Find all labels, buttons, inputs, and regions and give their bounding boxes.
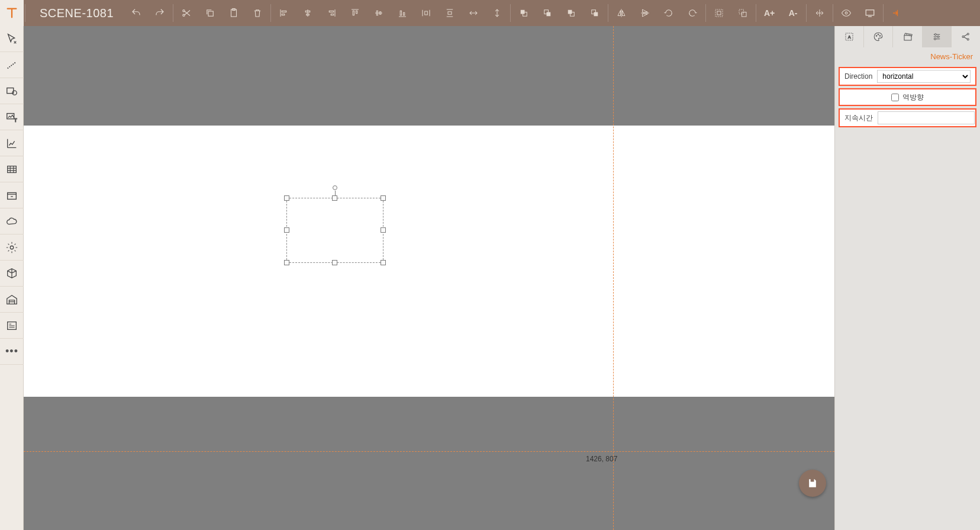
spacing-v-button[interactable] bbox=[485, 0, 509, 26]
tab-properties[interactable] bbox=[923, 26, 952, 47]
resize-handle-ml[interactable] bbox=[284, 227, 289, 233]
flip-h-button[interactable] bbox=[610, 0, 633, 26]
redo-button[interactable] bbox=[148, 0, 172, 26]
fit-icon bbox=[814, 8, 825, 18]
align-center-h-button[interactable] bbox=[296, 0, 320, 26]
reverse-checkbox[interactable] bbox=[891, 94, 899, 101]
rotate-ccw-button[interactable] bbox=[657, 0, 681, 26]
table-icon bbox=[5, 163, 18, 176]
delete-button[interactable] bbox=[246, 0, 269, 26]
app-logo[interactable] bbox=[0, 0, 24, 26]
svg-point-20 bbox=[12, 91, 17, 95]
canvas-stage[interactable]: 1426, 807 bbox=[24, 26, 834, 530]
canvas-page[interactable] bbox=[24, 126, 834, 397]
font-decrease-button[interactable]: A- bbox=[781, 8, 805, 18]
more-tools[interactable]: ••• bbox=[0, 339, 24, 365]
shape-tool[interactable] bbox=[0, 78, 24, 104]
selection-box[interactable] bbox=[286, 198, 383, 263]
exit-button[interactable] bbox=[885, 0, 908, 26]
save-icon bbox=[807, 477, 818, 489]
ungroup-button[interactable] bbox=[731, 0, 755, 26]
paste-button[interactable] bbox=[222, 0, 246, 26]
send-backward-button[interactable] bbox=[559, 0, 583, 26]
svg-point-35 bbox=[934, 38, 936, 40]
align-middle-v-button[interactable] bbox=[367, 0, 391, 26]
rotate-cw-button[interactable] bbox=[681, 0, 704, 26]
copy-button[interactable] bbox=[198, 0, 222, 26]
copy-icon bbox=[205, 8, 215, 18]
rotate-handle[interactable] bbox=[333, 185, 337, 190]
table-tool[interactable] bbox=[0, 156, 24, 182]
rotate-ccw-icon bbox=[663, 8, 674, 18]
spacing-h-button[interactable] bbox=[462, 0, 485, 26]
align-top-button[interactable] bbox=[343, 0, 367, 26]
group-icon bbox=[714, 8, 724, 18]
resize-handle-bl[interactable] bbox=[284, 260, 289, 265]
flip-v-button[interactable] bbox=[633, 0, 657, 26]
svg-rect-13 bbox=[715, 9, 723, 17]
left-tool-panel: T ••• bbox=[0, 26, 24, 530]
resize-handle-bc[interactable] bbox=[332, 260, 337, 265]
duration-input[interactable] bbox=[878, 111, 975, 124]
archive-tool[interactable] bbox=[0, 182, 24, 208]
dist-h-button[interactable] bbox=[414, 0, 438, 26]
ungroup-icon bbox=[737, 8, 748, 18]
image-text-tool[interactable]: T bbox=[0, 104, 24, 130]
chart-tool[interactable] bbox=[0, 130, 24, 156]
dist-v-icon bbox=[444, 8, 455, 18]
form-tool[interactable] bbox=[0, 313, 24, 339]
cut-button[interactable] bbox=[175, 0, 198, 26]
preview-button[interactable] bbox=[858, 0, 882, 26]
main-area: T ••• 1426, 807 bbox=[0, 26, 980, 530]
ellipsis-icon: ••• bbox=[5, 345, 18, 358]
bring-front-button[interactable] bbox=[512, 0, 536, 26]
svg-point-37 bbox=[967, 33, 969, 35]
3d-object-tool[interactable] bbox=[0, 261, 24, 287]
svg-point-29 bbox=[876, 36, 877, 37]
spacing-v-icon bbox=[492, 8, 502, 18]
align-right-button[interactable] bbox=[320, 0, 343, 26]
svg-rect-18 bbox=[866, 10, 874, 15]
group-button[interactable] bbox=[707, 0, 731, 26]
spacing-h-icon bbox=[468, 8, 479, 18]
bring-forward-button[interactable] bbox=[536, 0, 559, 26]
tab-palette[interactable] bbox=[864, 26, 893, 47]
line-icon bbox=[5, 59, 18, 72]
duration-row: 지속시간 bbox=[839, 108, 976, 127]
sliders-icon bbox=[931, 31, 942, 42]
direction-row: Direction horizontal bbox=[839, 67, 976, 86]
resize-handle-tc[interactable] bbox=[332, 195, 337, 201]
align-left-button[interactable] bbox=[272, 0, 296, 26]
cube-icon bbox=[5, 267, 18, 280]
send-back-icon bbox=[589, 8, 600, 18]
tab-animation[interactable] bbox=[893, 26, 922, 47]
direction-select[interactable]: horizontal bbox=[877, 70, 971, 83]
send-back-button[interactable] bbox=[583, 0, 607, 26]
image-text-icon: T bbox=[5, 111, 18, 124]
resize-handle-tr[interactable] bbox=[381, 195, 386, 201]
inspector-panel: A News-Ticker Direction horizontal 역방향 지… bbox=[834, 26, 980, 530]
dist-v-button[interactable] bbox=[438, 0, 462, 26]
guide-horizontal[interactable] bbox=[24, 451, 834, 452]
tab-text-style[interactable]: A bbox=[835, 26, 864, 47]
visibility-button[interactable] bbox=[834, 0, 858, 26]
font-increase-button[interactable]: A+ bbox=[757, 8, 781, 18]
line-tool[interactable] bbox=[0, 52, 24, 78]
form-icon bbox=[5, 319, 18, 332]
save-fab-button[interactable] bbox=[799, 470, 826, 497]
warehouse-tool[interactable] bbox=[0, 287, 24, 313]
svg-text:T: T bbox=[14, 118, 17, 123]
redo-icon bbox=[154, 8, 165, 18]
resize-handle-br[interactable] bbox=[381, 260, 386, 265]
resize-handle-tl[interactable] bbox=[284, 195, 289, 201]
gear-cycle-tool[interactable] bbox=[0, 235, 24, 261]
svg-point-1 bbox=[183, 14, 185, 16]
resize-handle-mr[interactable] bbox=[381, 227, 386, 233]
cloud-tool[interactable] bbox=[0, 208, 24, 235]
align-bottom-button[interactable] bbox=[391, 0, 414, 26]
tab-share[interactable] bbox=[952, 26, 980, 47]
fit-screen-button[interactable] bbox=[808, 0, 831, 26]
logo-t-icon bbox=[5, 7, 18, 20]
undo-button[interactable] bbox=[124, 0, 148, 26]
select-tool[interactable] bbox=[0, 26, 24, 52]
